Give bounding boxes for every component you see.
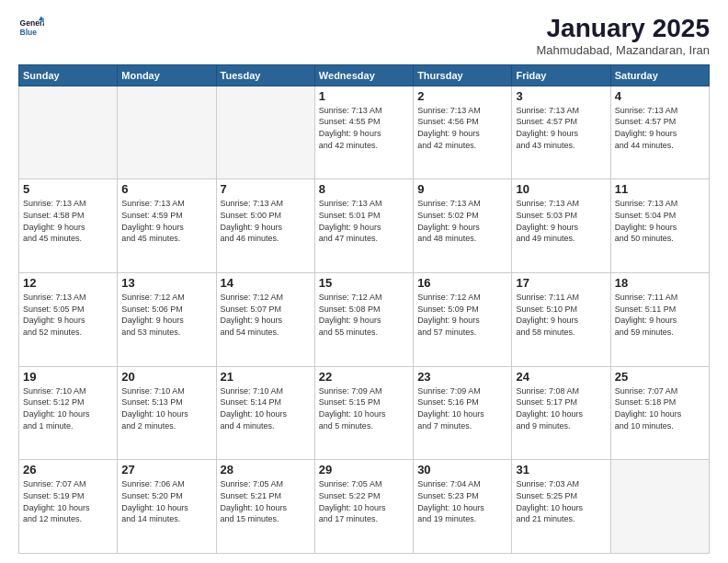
day-info: Sunrise: 7:13 AM Sunset: 5:02 PM Dayligh… [417, 198, 507, 244]
day-number: 7 [221, 182, 311, 196]
location-subtitle: Mahmudabad, Mazandaran, Iran [536, 43, 710, 57]
calendar-cell: 22Sunrise: 7:09 AM Sunset: 5:15 PM Dayli… [314, 366, 413, 460]
day-number: 21 [221, 370, 311, 384]
day-info: Sunrise: 7:08 AM Sunset: 5:17 PM Dayligh… [516, 385, 606, 431]
day-number: 31 [516, 463, 606, 477]
calendar-cell: 31Sunrise: 7:03 AM Sunset: 5:25 PM Dayli… [512, 460, 610, 554]
calendar-cell: 2Sunrise: 7:13 AM Sunset: 4:56 PM Daylig… [414, 86, 512, 179]
month-title: January 2025 [536, 15, 710, 43]
calendar-cell [216, 86, 314, 179]
day-info: Sunrise: 7:13 AM Sunset: 5:04 PM Dayligh… [615, 198, 705, 244]
day-number: 18 [615, 276, 705, 290]
day-number: 22 [319, 370, 409, 384]
calendar-week-4: 19Sunrise: 7:10 AM Sunset: 5:12 PM Dayli… [19, 366, 710, 460]
calendar-cell: 12Sunrise: 7:13 AM Sunset: 5:05 PM Dayli… [19, 273, 118, 367]
calendar-week-1: 1Sunrise: 7:13 AM Sunset: 4:55 PM Daylig… [19, 86, 710, 179]
calendar-cell: 14Sunrise: 7:12 AM Sunset: 5:07 PM Dayli… [216, 273, 314, 367]
day-info: Sunrise: 7:12 AM Sunset: 5:07 PM Dayligh… [221, 292, 311, 338]
day-info: Sunrise: 7:13 AM Sunset: 4:59 PM Dayligh… [121, 198, 211, 244]
calendar-cell: 13Sunrise: 7:12 AM Sunset: 5:06 PM Dayli… [118, 273, 216, 367]
day-number: 29 [319, 463, 409, 477]
day-number: 20 [121, 370, 211, 384]
header: General Blue January 2025 Mahmudabad, Ma… [18, 15, 710, 57]
day-info: Sunrise: 7:11 AM Sunset: 5:11 PM Dayligh… [615, 292, 705, 338]
day-number: 5 [23, 182, 113, 196]
calendar-cell: 1Sunrise: 7:13 AM Sunset: 4:55 PM Daylig… [314, 86, 413, 179]
calendar-cell: 5Sunrise: 7:13 AM Sunset: 4:58 PM Daylig… [19, 179, 118, 273]
calendar-cell: 7Sunrise: 7:13 AM Sunset: 5:00 PM Daylig… [216, 179, 314, 273]
calendar-cell: 17Sunrise: 7:11 AM Sunset: 5:10 PM Dayli… [512, 273, 610, 367]
day-info: Sunrise: 7:10 AM Sunset: 5:12 PM Dayligh… [23, 385, 113, 431]
calendar-cell: 24Sunrise: 7:08 AM Sunset: 5:17 PM Dayli… [512, 366, 610, 460]
day-number: 2 [417, 89, 507, 103]
day-number: 26 [23, 463, 113, 477]
day-number: 13 [121, 276, 211, 290]
day-number: 17 [516, 276, 606, 290]
day-info: Sunrise: 7:07 AM Sunset: 5:18 PM Dayligh… [615, 385, 705, 431]
day-number: 23 [417, 370, 507, 384]
day-info: Sunrise: 7:13 AM Sunset: 4:58 PM Dayligh… [23, 198, 113, 244]
calendar-cell: 23Sunrise: 7:09 AM Sunset: 5:16 PM Dayli… [414, 366, 512, 460]
weekday-header-row: Sunday Monday Tuesday Wednesday Thursday… [19, 64, 710, 86]
day-number: 4 [615, 89, 705, 103]
calendar-cell: 30Sunrise: 7:04 AM Sunset: 5:23 PM Dayli… [414, 460, 512, 554]
logo-icon: General Blue [18, 15, 44, 40]
day-info: Sunrise: 7:12 AM Sunset: 5:08 PM Dayligh… [319, 292, 409, 338]
header-friday: Friday [512, 64, 610, 86]
day-info: Sunrise: 7:13 AM Sunset: 5:00 PM Dayligh… [221, 198, 311, 244]
header-thursday: Thursday [414, 64, 512, 86]
header-wednesday: Wednesday [314, 64, 413, 86]
calendar-cell [610, 460, 709, 554]
svg-text:Blue: Blue [20, 28, 38, 37]
day-number: 12 [23, 276, 113, 290]
header-tuesday: Tuesday [216, 64, 314, 86]
calendar-cell: 4Sunrise: 7:13 AM Sunset: 4:57 PM Daylig… [610, 86, 709, 179]
day-number: 16 [417, 276, 507, 290]
day-number: 27 [121, 463, 211, 477]
calendar-cell: 6Sunrise: 7:13 AM Sunset: 4:59 PM Daylig… [118, 179, 216, 273]
calendar-week-2: 5Sunrise: 7:13 AM Sunset: 4:58 PM Daylig… [19, 179, 710, 273]
day-number: 30 [417, 463, 507, 477]
calendar-cell: 11Sunrise: 7:13 AM Sunset: 5:04 PM Dayli… [610, 179, 709, 273]
day-number: 15 [319, 276, 409, 290]
day-number: 28 [221, 463, 311, 477]
calendar-cell: 28Sunrise: 7:05 AM Sunset: 5:21 PM Dayli… [216, 460, 314, 554]
day-info: Sunrise: 7:06 AM Sunset: 5:20 PM Dayligh… [121, 478, 211, 524]
day-number: 1 [319, 89, 409, 103]
day-info: Sunrise: 7:13 AM Sunset: 4:56 PM Dayligh… [417, 105, 507, 151]
logo: General Blue [18, 15, 44, 40]
day-info: Sunrise: 7:13 AM Sunset: 4:57 PM Dayligh… [615, 105, 705, 151]
day-info: Sunrise: 7:09 AM Sunset: 5:16 PM Dayligh… [417, 385, 507, 431]
day-info: Sunrise: 7:13 AM Sunset: 5:01 PM Dayligh… [319, 198, 409, 244]
calendar-week-5: 26Sunrise: 7:07 AM Sunset: 5:19 PM Dayli… [19, 460, 710, 554]
calendar-cell [19, 86, 118, 179]
day-info: Sunrise: 7:13 AM Sunset: 4:55 PM Dayligh… [319, 105, 409, 151]
calendar-cell: 15Sunrise: 7:12 AM Sunset: 5:08 PM Dayli… [314, 273, 413, 367]
calendar-table: Sunday Monday Tuesday Wednesday Thursday… [18, 64, 710, 554]
calendar-cell: 9Sunrise: 7:13 AM Sunset: 5:02 PM Daylig… [414, 179, 512, 273]
calendar-cell: 8Sunrise: 7:13 AM Sunset: 5:01 PM Daylig… [314, 179, 413, 273]
header-sunday: Sunday [19, 64, 118, 86]
calendar-cell: 3Sunrise: 7:13 AM Sunset: 4:57 PM Daylig… [512, 86, 610, 179]
day-number: 10 [516, 182, 606, 196]
day-info: Sunrise: 7:10 AM Sunset: 5:13 PM Dayligh… [121, 385, 211, 431]
day-number: 14 [221, 276, 311, 290]
day-info: Sunrise: 7:13 AM Sunset: 5:05 PM Dayligh… [23, 292, 113, 338]
day-number: 19 [23, 370, 113, 384]
day-info: Sunrise: 7:10 AM Sunset: 5:14 PM Dayligh… [221, 385, 311, 431]
day-number: 3 [516, 89, 606, 103]
page: General Blue January 2025 Mahmudabad, Ma… [0, 0, 728, 563]
day-number: 9 [417, 182, 507, 196]
calendar-cell: 19Sunrise: 7:10 AM Sunset: 5:12 PM Dayli… [19, 366, 118, 460]
day-info: Sunrise: 7:05 AM Sunset: 5:22 PM Dayligh… [319, 478, 409, 524]
title-block: January 2025 Mahmudabad, Mazandaran, Ira… [536, 15, 710, 57]
day-number: 11 [615, 182, 705, 196]
day-info: Sunrise: 7:07 AM Sunset: 5:19 PM Dayligh… [23, 478, 113, 524]
day-info: Sunrise: 7:13 AM Sunset: 5:03 PM Dayligh… [516, 198, 606, 244]
day-info: Sunrise: 7:12 AM Sunset: 5:06 PM Dayligh… [121, 292, 211, 338]
day-number: 6 [121, 182, 211, 196]
calendar-cell: 16Sunrise: 7:12 AM Sunset: 5:09 PM Dayli… [414, 273, 512, 367]
day-info: Sunrise: 7:11 AM Sunset: 5:10 PM Dayligh… [516, 292, 606, 338]
header-saturday: Saturday [610, 64, 709, 86]
calendar-week-3: 12Sunrise: 7:13 AM Sunset: 5:05 PM Dayli… [19, 273, 710, 367]
